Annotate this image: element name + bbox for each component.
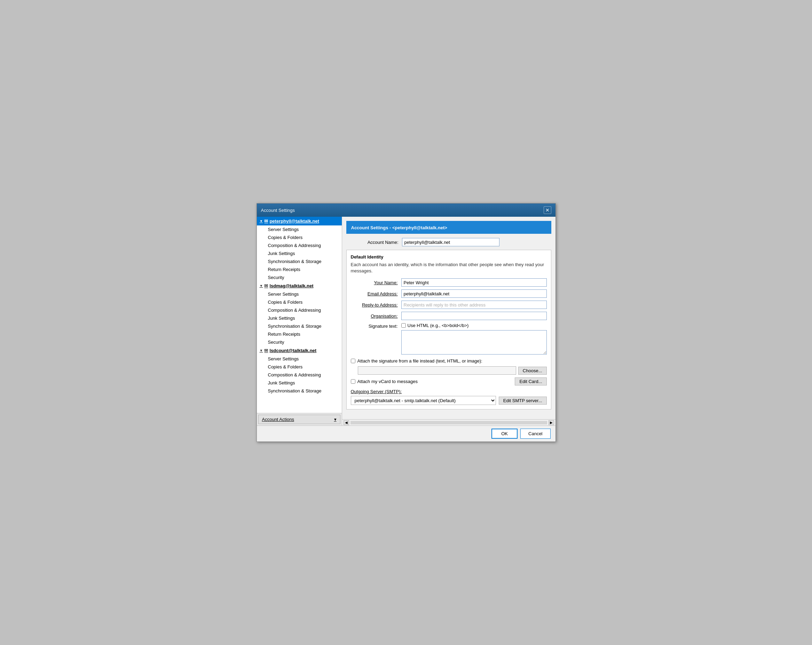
signature-textarea[interactable] bbox=[401, 330, 547, 355]
sidebar-item-copies-folders-3[interactable]: Copies & Folders bbox=[257, 363, 342, 371]
use-html-row: Use HTML (e.g., <b>bold</b>) bbox=[401, 323, 547, 328]
default-identity-title: Default Identity bbox=[351, 254, 547, 259]
sidebar-scroll[interactable]: ▼ ✉ peterphyll@talktalk.net Server Setti… bbox=[257, 217, 342, 413]
signature-text-row: Signature text: Use HTML (e.g., <b>bold<… bbox=[351, 323, 547, 355]
account-item-peterphyll[interactable]: ▼ ✉ peterphyll@talktalk.net bbox=[257, 217, 342, 226]
vcard-row: Attach my vCard to messages Edit Card... bbox=[351, 377, 547, 386]
your-name-input[interactable] bbox=[401, 278, 547, 287]
sidebar-item-sync-3[interactable]: Synchronisation & Storage bbox=[257, 387, 342, 395]
attach-sig-checkbox[interactable] bbox=[351, 359, 356, 363]
email-address-input[interactable] bbox=[401, 290, 547, 298]
sidebar-item-copies-folders-2[interactable]: Copies & Folders bbox=[257, 298, 342, 306]
account-settings-window: Account Settings ✕ ▼ ✉ peterphyll@talkta… bbox=[256, 203, 556, 442]
your-name-label: Your Name: bbox=[351, 280, 401, 285]
email-address-label: Email Address: bbox=[351, 291, 401, 296]
default-identity-section: Default Identity Each account has an ide… bbox=[346, 250, 551, 409]
attach-sig-file-input[interactable] bbox=[358, 366, 516, 375]
sidebar-item-server-settings-1[interactable]: Server Settings bbox=[257, 226, 342, 233]
horizontal-scrollbar: ◀ ▶ bbox=[342, 419, 556, 425]
sidebar-item-copies-folders-1[interactable]: Copies & Folders bbox=[257, 233, 342, 241]
email-address-row: Email Address: bbox=[351, 290, 547, 298]
outgoing-row: peterphyll@talktalk.net - smtp.talktalk.… bbox=[351, 396, 547, 405]
sidebar-item-junk-2[interactable]: Junk Settings bbox=[257, 314, 342, 322]
choose-button[interactable]: Choose... bbox=[518, 367, 547, 375]
reply-to-label: Reply-to Address: bbox=[351, 302, 401, 308]
account-name-row: Account Name: bbox=[346, 238, 551, 246]
outgoing-server-label: Outgoing Server (SMTP): bbox=[351, 389, 547, 394]
account-actions-button[interactable]: Account Actions ▾ bbox=[258, 415, 340, 424]
chevron-down-icon-2: ▼ bbox=[259, 284, 263, 288]
dialog-footer: OK Cancel bbox=[257, 425, 556, 441]
organisation-label: Organisation: bbox=[351, 313, 401, 319]
account-name-input[interactable] bbox=[402, 238, 499, 246]
vcard-checkbox[interactable] bbox=[351, 379, 356, 384]
account-email: peterphyll@talktalk.net bbox=[269, 218, 319, 224]
sidebar-item-composition-2[interactable]: Composition & Addressing bbox=[257, 306, 342, 314]
sidebar-item-server-settings-3[interactable]: Server Settings bbox=[257, 355, 342, 363]
sidebar-item-sync-2[interactable]: Synchronisation & Storage bbox=[257, 322, 342, 330]
attach-sig-file-row: Choose... bbox=[358, 366, 547, 375]
sidebar-item-receipts-2[interactable]: Return Receipts bbox=[257, 330, 342, 338]
reply-to-input[interactable] bbox=[401, 300, 547, 309]
window-title: Account Settings bbox=[261, 208, 295, 213]
cancel-button[interactable]: Cancel bbox=[520, 428, 550, 439]
dropdown-arrow-icon: ▾ bbox=[334, 417, 337, 422]
sidebar-item-junk-3[interactable]: Junk Settings bbox=[257, 379, 342, 387]
ok-button[interactable]: OK bbox=[491, 428, 517, 439]
use-html-checkbox[interactable] bbox=[401, 323, 406, 328]
smtp-select[interactable]: peterphyll@talktalk.net - smtp.talktalk.… bbox=[351, 396, 496, 405]
attach-sig-row: Attach the signature from a file instead… bbox=[351, 358, 547, 364]
account-actions-label: Account Actions bbox=[262, 417, 295, 422]
edit-smtp-button[interactable]: Edit SMTP server... bbox=[499, 396, 547, 405]
content-header: Account Settings - <peterphyll@talktalk.… bbox=[346, 221, 551, 234]
sidebar-item-sync-1[interactable]: Synchronisation & Storage bbox=[257, 258, 342, 265]
sidebar-item-security-2[interactable]: Security bbox=[257, 338, 342, 346]
scroll-right-button[interactable]: ▶ bbox=[548, 420, 554, 425]
edit-card-button[interactable]: Edit Card... bbox=[515, 377, 546, 386]
sidebar-item-composition-3[interactable]: Composition & Addressing bbox=[257, 371, 342, 379]
scroll-track[interactable] bbox=[351, 421, 547, 424]
mail-icon-3: ✉ bbox=[264, 348, 268, 353]
account-email-3: lsdcount@talktalk.net bbox=[269, 348, 316, 353]
scroll-left-button[interactable]: ◀ bbox=[343, 420, 349, 425]
mail-icon: ✉ bbox=[264, 218, 268, 224]
sidebar-item-composition-1[interactable]: Composition & Addressing bbox=[257, 241, 342, 249]
account-item-lsdmag[interactable]: ▼ ✉ lsdmag@talktalk.net bbox=[257, 281, 342, 290]
close-button[interactable]: ✕ bbox=[543, 206, 551, 214]
use-html-label: Use HTML (e.g., <b>bold</b>) bbox=[408, 323, 469, 328]
chevron-down-icon-3: ▼ bbox=[259, 349, 263, 352]
account-name-label: Account Name: bbox=[346, 240, 402, 245]
content-header-title: Account Settings - <peterphyll@talktalk.… bbox=[351, 225, 447, 230]
signature-right: Use HTML (e.g., <b>bold</b>) bbox=[401, 323, 547, 355]
default-identity-desc: Each account has an identity, which is t… bbox=[351, 262, 547, 274]
window-body: ▼ ✉ peterphyll@talktalk.net Server Setti… bbox=[257, 217, 556, 425]
organisation-row: Organisation: bbox=[351, 312, 547, 320]
sidebar-footer: Account Actions ▾ bbox=[257, 413, 342, 425]
chevron-down-icon: ▼ bbox=[259, 219, 263, 223]
vcard-label: Attach my vCard to messages bbox=[357, 379, 418, 384]
reply-to-row: Reply-to Address: bbox=[351, 300, 547, 309]
sidebar-item-junk-1[interactable]: Junk Settings bbox=[257, 249, 342, 258]
account-email-2: lsdmag@talktalk.net bbox=[269, 283, 313, 288]
your-name-row: Your Name: bbox=[351, 278, 547, 287]
title-bar: Account Settings ✕ bbox=[257, 204, 556, 217]
account-item-lsdcount[interactable]: ▼ ✉ lsdcount@talktalk.net bbox=[257, 346, 342, 355]
sidebar-item-security-1[interactable]: Security bbox=[257, 273, 342, 281]
vcard-left: Attach my vCard to messages bbox=[351, 379, 418, 384]
sidebar: ▼ ✉ peterphyll@talktalk.net Server Setti… bbox=[257, 217, 342, 425]
sidebar-item-receipts-1[interactable]: Return Receipts bbox=[257, 265, 342, 273]
attach-sig-label: Attach the signature from a file instead… bbox=[357, 358, 482, 364]
sidebar-item-server-settings-2[interactable]: Server Settings bbox=[257, 290, 342, 298]
main-scroll[interactable]: Account Settings - <peterphyll@talktalk.… bbox=[342, 217, 556, 419]
organisation-input[interactable] bbox=[401, 312, 547, 320]
signature-text-label: Signature text: bbox=[351, 323, 401, 329]
mail-icon-2: ✉ bbox=[264, 283, 268, 288]
main-content: Account Settings - <peterphyll@talktalk.… bbox=[342, 217, 556, 425]
